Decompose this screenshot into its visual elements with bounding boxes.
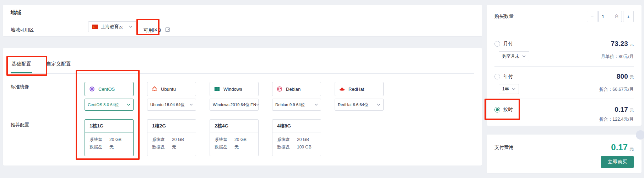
image-version-select-redhat[interactable]: RedHat 6.6 64位 bbox=[335, 99, 384, 111]
divider bbox=[494, 99, 634, 99]
quantity-input-box: 台 bbox=[599, 11, 622, 22]
payment-price-value: 0.17 bbox=[611, 142, 628, 152]
disk-value: 100 GB bbox=[297, 143, 312, 151]
quantity-plus-button[interactable]: + bbox=[623, 11, 634, 22]
spec-details: 系统盘20 GB 数据盘无 bbox=[147, 132, 196, 151]
radio-monthly[interactable] bbox=[494, 41, 500, 47]
quantity-input[interactable] bbox=[602, 14, 611, 19]
image-version-value: CentOS 8.0 64位 bbox=[88, 102, 119, 108]
plan-price-monthly: 73.23 元 bbox=[611, 40, 634, 48]
image-version-select-centos[interactable]: CentOS 8.0 64位 bbox=[85, 99, 134, 111]
disk-label: 数据盘 bbox=[277, 143, 297, 151]
windows-icon bbox=[214, 86, 220, 92]
radio-hourly[interactable] bbox=[494, 107, 500, 112]
spec-name: 4核8G bbox=[272, 120, 321, 132]
quantity-label: 购买数量 bbox=[494, 13, 514, 20]
chevron-down-icon bbox=[189, 104, 193, 106]
payment-label: 支付费用 bbox=[494, 144, 514, 151]
price-value: 800 bbox=[617, 73, 628, 80]
tab-basic-config[interactable]: 基础配置 bbox=[11, 57, 32, 73]
plan-name-monthly: 月付 bbox=[503, 41, 513, 47]
china-flag-icon: ★ bbox=[92, 25, 98, 29]
term-select-monthly[interactable]: 购至月末 bbox=[499, 51, 529, 61]
disk-label: 系统盘 bbox=[215, 136, 234, 143]
plan-price-yearly: 800 元 bbox=[617, 73, 634, 80]
purchase-page: 地域 地域可用区 ★ 上海教育云 可用区B 基础配置 自定义配置 标准镜像 bbox=[0, 0, 644, 178]
radio-yearly[interactable] bbox=[494, 74, 500, 79]
quantity-row: 购买数量 − 台 + bbox=[494, 11, 634, 22]
debian-icon bbox=[276, 86, 283, 92]
plan-note-yearly: 折合：66.67元/月 bbox=[599, 87, 634, 93]
image-name: Windows bbox=[223, 87, 242, 92]
spec-options-row: 1核1G 系统盘20 GB 数据盘无 1核2G 系统盘20 GB 数据盘无 2核… bbox=[85, 119, 321, 156]
spec-name: 2核4G bbox=[210, 120, 258, 132]
spec-card-4c8g[interactable]: 4核8G 系统盘20 GB 数据盘100 GB bbox=[272, 119, 321, 156]
plan-name-hourly: 按时 bbox=[503, 106, 513, 113]
image-name: CentOS bbox=[98, 87, 115, 92]
disk-value: 无 bbox=[234, 143, 239, 151]
image-card-windows: Windows Windows 2019 64位 EN bbox=[210, 82, 259, 111]
chevron-down-icon bbox=[129, 26, 132, 28]
image-version-select-ubuntu[interactable]: Ubuntu 18.04 64位 bbox=[147, 99, 196, 111]
quantity-stepper: − 台 + bbox=[587, 11, 634, 22]
standard-image-label: 标准镜像 bbox=[11, 84, 29, 90]
config-tabs: 基础配置 自定义配置 bbox=[11, 57, 474, 74]
spec-name: 1核1G bbox=[85, 120, 133, 132]
chevron-down-icon bbox=[512, 88, 515, 90]
plan-note-hourly: 折合：122.4元/月 bbox=[599, 116, 634, 122]
image-name: Ubuntu bbox=[161, 87, 176, 92]
image-option-redhat[interactable]: RedHat bbox=[335, 82, 384, 96]
currency-unit: 元 bbox=[629, 108, 634, 114]
region-title: 地域 bbox=[11, 9, 21, 16]
image-name: RedHat bbox=[348, 87, 364, 92]
disk-label: 系统盘 bbox=[90, 136, 109, 143]
payment-price: 0.17 元 bbox=[611, 142, 634, 152]
image-version-select-windows[interactable]: Windows 2019 64位 EN bbox=[210, 99, 259, 111]
edit-icon[interactable] bbox=[165, 27, 171, 32]
image-version-select-debian[interactable]: Debian 9.9 64位 bbox=[272, 99, 321, 111]
currency-unit: 元 bbox=[629, 146, 634, 152]
spec-details: 系统盘20 GB 数据盘无 bbox=[210, 132, 258, 151]
image-version-value: Debian 9.9 64位 bbox=[275, 102, 305, 108]
floating-circle-widget[interactable] bbox=[636, 130, 644, 140]
image-name: Debian bbox=[286, 87, 301, 92]
purchase-panel: 购买数量 − 台 + 月付 73.23 元 购至月末 bbox=[487, 5, 642, 126]
divider bbox=[494, 66, 634, 67]
disk-label: 数据盘 bbox=[152, 143, 172, 151]
chevron-down-icon bbox=[256, 104, 260, 106]
plan-row-yearly: 年付 800 元 bbox=[494, 73, 634, 80]
disk-label: 系统盘 bbox=[152, 136, 172, 143]
image-card-debian: Debian Debian 9.9 64位 bbox=[272, 82, 321, 111]
image-option-windows[interactable]: Windows bbox=[210, 82, 259, 96]
ubuntu-icon bbox=[151, 86, 158, 92]
spec-card-1c1g[interactable]: 1核1G 系统盘20 GB 数据盘无 bbox=[85, 119, 134, 156]
plan-row-monthly: 月付 73.23 元 bbox=[494, 40, 634, 48]
image-card-ubuntu: Ubuntu Ubuntu 18.04 64位 bbox=[147, 82, 196, 111]
spec-card-1c2g[interactable]: 1核2G 系统盘20 GB 数据盘无 bbox=[147, 119, 196, 156]
disk-value: 20 GB bbox=[172, 136, 184, 143]
spec-details: 系统盘20 GB 数据盘无 bbox=[85, 132, 133, 151]
image-option-debian[interactable]: Debian bbox=[272, 82, 321, 96]
currency-unit: 元 bbox=[629, 42, 634, 48]
region-section: 地域 地域可用区 ★ 上海教育云 可用区B bbox=[3, 5, 482, 36]
image-version-value: RedHat 6.6 64位 bbox=[338, 102, 368, 108]
image-option-centos[interactable]: CentOS bbox=[85, 82, 134, 96]
buy-now-button[interactable]: 立即购买 bbox=[601, 156, 634, 168]
zone-value[interactable]: 可用区B bbox=[144, 27, 161, 33]
chevron-down-icon bbox=[377, 104, 380, 106]
region-select[interactable]: ★ 上海教育云 bbox=[88, 21, 136, 32]
plan-row-hourly: 按时 0.17 元 bbox=[494, 106, 634, 114]
term-select-yearly[interactable]: 1年 bbox=[499, 84, 519, 94]
tab-custom-config[interactable]: 自定义配置 bbox=[45, 57, 72, 73]
disk-value: 无 bbox=[172, 143, 176, 151]
recommended-spec-label: 推荐配置 bbox=[11, 122, 29, 128]
disk-value: 20 GB bbox=[109, 136, 121, 143]
image-version-value: Windows 2019 64位 EN bbox=[213, 102, 256, 108]
region-select-value: 上海教育云 bbox=[101, 24, 123, 30]
spec-card-2c4g[interactable]: 2核4G 系统盘20 GB 数据盘无 bbox=[210, 119, 259, 156]
quantity-minus-button[interactable]: − bbox=[587, 11, 597, 22]
chevron-down-icon bbox=[314, 104, 318, 106]
image-option-ubuntu[interactable]: Ubuntu bbox=[147, 82, 196, 96]
plan-name-yearly: 年付 bbox=[503, 73, 513, 80]
quantity-unit: 台 bbox=[615, 14, 619, 20]
